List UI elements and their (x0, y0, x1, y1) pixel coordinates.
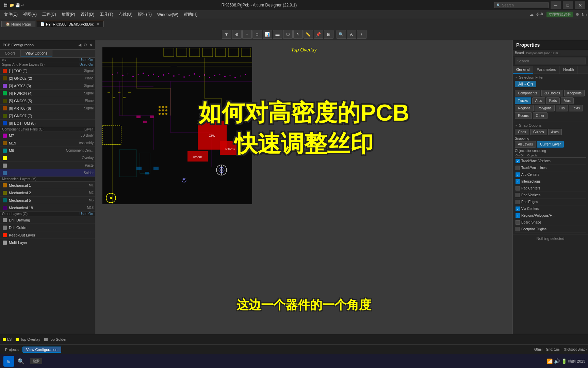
snap-cb-regions[interactable]: ✓ (516, 213, 520, 218)
rect-tool-btn[interactable]: ▬ (273, 30, 282, 39)
net-tool-btn[interactable]: ⊕ (232, 30, 242, 39)
close-button[interactable]: ✕ (575, 1, 585, 9)
snap-cb-footprint-origins[interactable] (516, 227, 520, 231)
tab-view-options[interactable]: View Options (21, 50, 53, 57)
taskbar-battery-icon[interactable]: 🔋 (561, 358, 567, 364)
taskbar-volume-icon[interactable]: 🔊 (554, 358, 560, 364)
text-tool-btn[interactable]: A (347, 30, 356, 39)
layer-row-m9[interactable]: M9 Component Cen... (0, 147, 95, 154)
layer-row-gnd02[interactable]: [2] GND02 (2) Plane (0, 75, 95, 82)
snap-cb-intersections[interactable]: ✓ (516, 179, 520, 184)
snap-btn-alllayers[interactable]: All Layers (515, 141, 536, 148)
layer-row-drill-drawing[interactable]: Drill Drawing (0, 216, 95, 224)
plus-tool-btn[interactable]: + (242, 30, 252, 39)
bottom-tab-projects[interactable]: Projects (1, 347, 22, 353)
share-button[interactable]: 分享 (536, 12, 544, 17)
measure-tool-btn[interactable]: 📏 (304, 30, 313, 39)
layer-row-m19[interactable]: M19 Assembly (0, 139, 95, 147)
layer-row-m7[interactable]: M7 3D Body (0, 132, 95, 139)
top-overlay-indicator[interactable]: Top Overlay (16, 337, 40, 341)
layer-row-overlay[interactable]: Overlay (0, 154, 95, 162)
snap-cb-pad-edges[interactable] (516, 200, 520, 204)
filter-btn-pads[interactable]: Pads (546, 97, 560, 104)
snap-cb-arc-centers[interactable]: ✓ (516, 172, 520, 177)
filter-btn-tracks[interactable]: Tracks (515, 97, 531, 104)
menu-route[interactable]: 布线(U) (116, 11, 135, 18)
buy-online-button[interactable]: 立即在线购买 (546, 12, 573, 17)
filter-btn-rooms[interactable]: Rooms (515, 112, 532, 119)
snap-item-intersections[interactable]: ✓ Intersections (515, 178, 586, 185)
minimize-button[interactable]: ─ (551, 1, 561, 9)
layer-row-gnd05[interactable]: [5] GND05 (5) Plane (0, 97, 95, 105)
poly-tool-btn[interactable]: ⬡ (283, 30, 293, 39)
layer-row-mech1[interactable]: Mechanical 1 M1 (0, 182, 95, 189)
panel-arrow-btn[interactable]: ◀ (77, 43, 82, 47)
menu-window[interactable]: Window(W) (154, 12, 181, 18)
filter-btn-other[interactable]: Other (533, 112, 548, 119)
layer-row-art06[interactable]: [6] ART06 (6) Signal (0, 105, 95, 112)
title-search-bar[interactable]: 🔍 (494, 2, 549, 8)
clearance-tool-btn[interactable]: ⊞ (324, 30, 333, 39)
all-on-button[interactable]: All - On (515, 81, 536, 87)
snap-item-pad-vertices[interactable]: Pad Vertices (515, 192, 586, 199)
menu-project[interactable]: 工程(C) (39, 11, 59, 18)
taskbar-start-icon[interactable]: ⊞ (3, 356, 14, 367)
menu-view[interactable]: 视图(V) (20, 11, 39, 18)
snap-item-track-arcs-lines[interactable]: Track/Arcs Lines (515, 165, 586, 171)
taskbar-search-icon[interactable]: 🔍 (16, 356, 27, 367)
filter-btn-vias[interactable]: Vias (561, 97, 573, 104)
right-panel-scroll[interactable]: ▼ Selection Filter All - On Components 3… (513, 74, 588, 334)
filter-btn-polygons[interactable]: Polygons (535, 105, 555, 111)
bottom-tab-view-config[interactable]: View Configuration (22, 347, 61, 353)
tab-close-icon[interactable]: ✕ (97, 22, 99, 26)
cursor-tool-btn[interactable]: ↖ (293, 30, 303, 39)
filter-btn-fills[interactable]: Fills (556, 105, 568, 111)
layer-row-art03[interactable]: [3] ART03 (3) Signal (0, 82, 95, 90)
menu-design[interactable]: 设计(D) (78, 11, 97, 18)
snap-item-track-arcs-vert[interactable]: ✓ Track/Arcs Vertices (515, 158, 586, 165)
snap-cb-board-shape[interactable] (516, 220, 520, 225)
layer-row-multilayer[interactable]: Multi-Layer (0, 239, 95, 246)
snap-item-pad-edges[interactable]: Pad Edges (515, 199, 586, 205)
filter-tool-btn[interactable]: ▼ (222, 30, 231, 39)
pcb-board[interactable]: CPU LPDDR1 LPDDR2 (102, 47, 252, 204)
snap-btn-guides[interactable]: Guides (530, 129, 547, 135)
board-label[interactable]: Board (515, 51, 524, 55)
snap-btn-grids[interactable]: Grids (515, 129, 529, 135)
canvas-area[interactable]: Top Overlay (95, 40, 512, 334)
snap-cb-pad-vertices[interactable] (516, 193, 520, 197)
snap-item-via-centers[interactable]: ✓ Via Centers (515, 205, 586, 212)
tab-colors[interactable]: Colors (0, 50, 21, 57)
zoom-tool-btn[interactable]: 🔍 (337, 30, 346, 39)
layer-row-bottom[interactable]: [8] BOTTOM (8) (0, 120, 95, 127)
menu-report[interactable]: 报告(R) (135, 11, 154, 18)
snap-cb-track-arcs-lines[interactable] (516, 166, 520, 170)
layer-row-paste[interactable]: Paste (0, 162, 95, 169)
tab-pcbdoc[interactable]: 📄 FY_RK3588_DEMO.PcbDoc ✕ (36, 21, 104, 27)
ls-indicator[interactable]: LS (3, 337, 12, 341)
layer-row-mech18[interactable]: Mechanical 18 M18 (0, 204, 95, 212)
layer-row-solder[interactable]: Solder (0, 169, 95, 177)
layer-row-mech2[interactable]: Mechanical 2 M2 (0, 189, 95, 197)
filter-btn-texts[interactable]: Texts (569, 105, 583, 111)
title-search-input[interactable] (502, 3, 543, 7)
taskbar-network-icon[interactable]: 📶 (547, 358, 553, 364)
snap-btn-axes[interactable]: Axes (548, 129, 562, 135)
filter-btn-regions[interactable]: Regions (515, 105, 534, 111)
layer-list[interactable]: ers Used On Signal And Plane Layers (S) … (0, 58, 95, 334)
snap-item-arc-centers[interactable]: ✓ Arc Centers (515, 171, 586, 178)
layer-row-top[interactable]: [1] TOP (T) Signal (0, 67, 95, 75)
layer-row-keepout[interactable]: Keep-Out Layer (0, 231, 95, 239)
line-tool-btn[interactable]: / (357, 30, 366, 39)
layer-row-pwr04[interactable]: [4] PWR04 (4) Signal (0, 90, 95, 97)
filter-btn-3dbodies[interactable]: 3D Bodies (541, 90, 563, 96)
settings-icon[interactable]: ⚙ (576, 12, 579, 17)
right-panel-search-input[interactable] (515, 58, 586, 64)
snap-cb-via-centers[interactable]: ✓ (516, 206, 520, 211)
chart-tool-btn[interactable]: 📊 (263, 30, 272, 39)
tab-home[interactable]: 🏠 Home Page (1, 21, 35, 27)
snap-cb-pad-centers[interactable] (516, 186, 520, 190)
snap-btn-currentlayer[interactable]: Current Layer (537, 141, 564, 148)
select-tool-btn[interactable]: □ (252, 30, 262, 39)
layer-row-gnd07[interactable]: [7] GND07 (7) (0, 112, 95, 120)
